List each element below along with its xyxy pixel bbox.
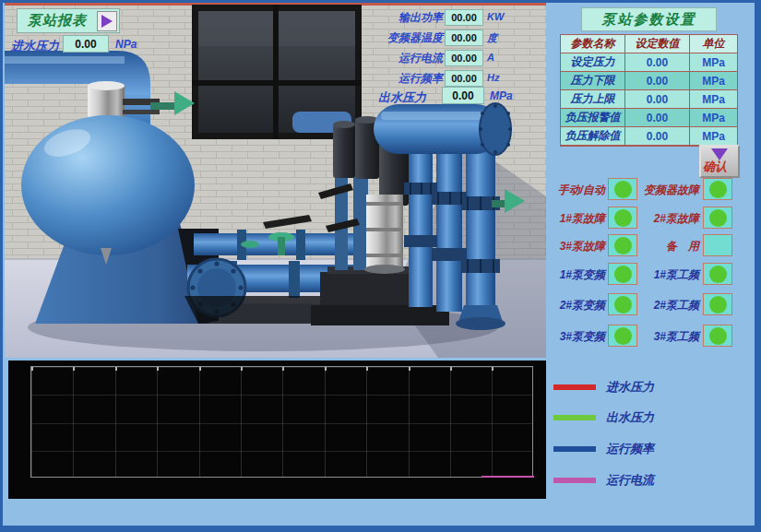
status-lamp: [709, 327, 727, 345]
status-indicator-pump2-vfd: [608, 293, 637, 315]
play-triangle-icon: [97, 11, 117, 31]
status-lamp: [614, 181, 632, 198]
trend-chart-area: [8, 361, 546, 499]
output-power-value: 00.00: [445, 9, 483, 26]
confirm-button[interactable]: 确认: [699, 145, 740, 178]
output-power-label: 输出功率: [365, 10, 443, 26]
status-label-pump1-fault: 1#泵故障: [542, 211, 605, 227]
status-indicator-spare: [703, 234, 732, 256]
legend-swatch-inlet-pressure: [553, 384, 596, 390]
status-indicator-pump1-fault: [608, 207, 637, 229]
param-setvalue-input[interactable]: 0.00: [625, 53, 690, 72]
status-lamp: [614, 266, 632, 283]
param-unit: MPa: [690, 72, 737, 90]
status-label-pump3-fault: 3#泵故障: [542, 239, 605, 254]
param-unit: MPa: [690, 127, 737, 146]
col-header-name: 参数名称: [561, 35, 625, 53]
status-label-pump2-fault: 2#泵故障: [635, 211, 699, 227]
status-label-vfd-fault: 变频器故障: [635, 183, 699, 198]
status-indicator-auto-manual: [608, 178, 637, 200]
status-label-pump3-vfd: 3#泵变频: [542, 329, 605, 345]
legend-label-inlet-pressure: 进水压力: [606, 379, 654, 396]
parameter-table: 参数名称 设定数值 单位 设定压力 0.00 MPa 压力下限 0.00 MPa…: [560, 34, 738, 147]
col-header-setvalue: 设定数值: [625, 35, 690, 53]
output-power-unit: KW: [487, 11, 504, 22]
param-unit: MPa: [690, 109, 737, 127]
trend-plot: [30, 366, 533, 478]
vfd-temperature-value: 00.00: [445, 30, 483, 46]
status-indicator-pump2-mains: [703, 293, 732, 315]
legend-label-running-frequency: 运行频率: [606, 441, 654, 457]
inlet-pressure-unit: NPa: [115, 38, 137, 51]
report-button-label: 泵站报表: [18, 12, 97, 30]
param-setvalue-input[interactable]: 0.00: [625, 109, 690, 127]
status-indicator-pump3-mains: [703, 325, 732, 347]
inlet-pressure-value: 0.00: [63, 35, 109, 53]
pump-station-hmi: 泵站报表 进水压力 0.00 NPa 输出功率 00.00 KW 变频器温度 0…: [0, 0, 761, 532]
legend-swatch-outlet-pressure: [553, 415, 596, 420]
status-lamp: [709, 266, 727, 283]
legend-label-outlet-pressure: 出水压力: [606, 409, 654, 426]
legend-swatch-running-current: [553, 478, 596, 483]
confirm-button-label: 确认: [703, 159, 727, 175]
status-label-auto-manual: 手动/自动: [542, 183, 605, 198]
running-frequency-unit: Hz: [487, 72, 499, 83]
legend-swatch-running-frequency: [553, 446, 596, 452]
status-label-pump1-vfd: 1#泵变频: [542, 267, 605, 283]
running-current-value: 00.00: [445, 50, 483, 66]
param-name: 负压解除值: [561, 127, 625, 146]
status-lamp: [709, 181, 727, 198]
param-setvalue-input[interactable]: 0.00: [625, 72, 690, 90]
status-lamp: [614, 327, 632, 345]
status-lamp: [614, 209, 632, 227]
status-indicator-pump3-fault: [608, 234, 637, 256]
status-lamp: [709, 209, 727, 227]
status-indicator-pump2-fault: [703, 207, 732, 229]
status-label-pump2-mains: 2#泵工频: [635, 298, 699, 313]
status-label-spare: 备 用: [635, 239, 699, 254]
report-button[interactable]: 泵站报表: [17, 8, 120, 33]
outlet-pressure-unit: MPa: [490, 89, 513, 102]
param-name: 压力上限: [561, 90, 625, 109]
outlet-pressure-value: 0.00: [442, 87, 484, 104]
param-unit: MPa: [690, 90, 737, 109]
status-label-pump2-vfd: 2#泵变频: [542, 298, 605, 313]
inlet-pressure-label: 进水压力: [11, 38, 59, 54]
outlet-pressure-label: 出水压力: [378, 89, 426, 106]
vfd-temperature-unit: 度: [487, 31, 497, 45]
param-unit: MPa: [690, 53, 737, 72]
param-setvalue-input[interactable]: 0.00: [625, 90, 690, 109]
param-setvalue-input[interactable]: 0.00: [625, 127, 690, 146]
status-lamp: [614, 296, 632, 313]
col-header-unit: 单位: [690, 35, 737, 53]
param-name: 负压报警值: [561, 109, 625, 127]
running-current-unit: A: [487, 52, 494, 63]
status-label-pump1-mains: 1#泵工频: [635, 267, 699, 283]
status-indicator-vfd-fault: [703, 178, 732, 200]
status-lamp: [709, 296, 727, 313]
legend-label-running-current: 运行电流: [606, 472, 654, 489]
running-frequency-value: 00.00: [445, 70, 483, 87]
status-indicator-pump1-mains: [703, 263, 732, 285]
param-name: 压力下限: [561, 72, 625, 90]
running-frequency-label: 运行频率: [365, 71, 443, 87]
running-current-trace: [482, 476, 534, 478]
status-label-pump3-mains: 3#泵工频: [635, 329, 699, 345]
running-current-label: 运行电流: [365, 51, 443, 66]
vfd-temperature-label: 变频器温度: [365, 30, 443, 46]
param-name: 设定压力: [561, 53, 625, 72]
status-lamp: [614, 237, 632, 254]
status-indicator-pump1-vfd: [608, 263, 637, 285]
status-indicator-pump3-vfd: [608, 325, 637, 347]
settings-panel-title: 泵站参数设置: [581, 7, 717, 31]
